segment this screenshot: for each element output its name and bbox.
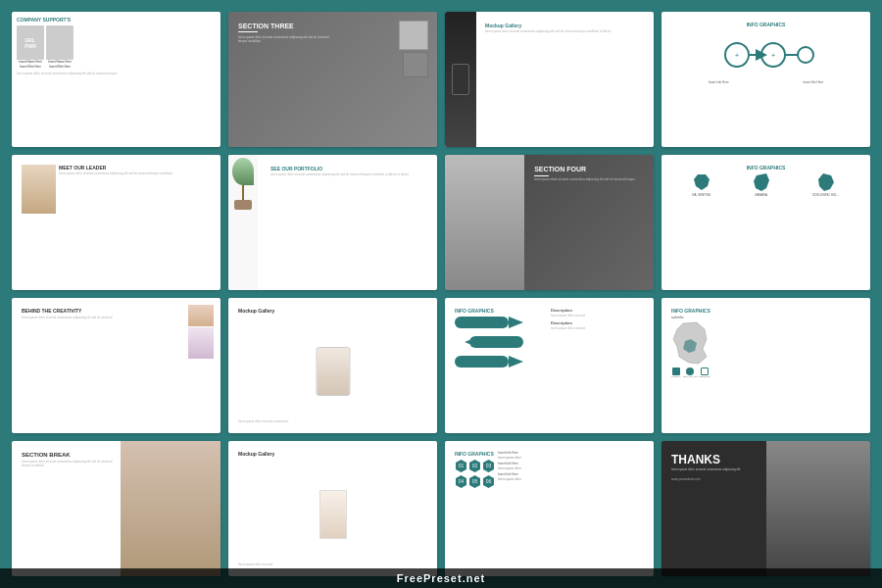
- slide-8-title: INFO GRAPHICS: [671, 165, 860, 171]
- slide-11-text2: lorem ipsum dolor sit amet: [551, 327, 644, 331]
- slide-11: INFO GRAPHICS Description lorem ipsum do…: [445, 298, 654, 433]
- slide-8-maps: BA. WINTOM BAVARIA SCHLESWIG HOL...: [671, 172, 860, 197]
- slide-14-body: lorem ipsum dolor sit amet: [238, 564, 427, 567]
- slide-12-icon1: SAFETY: [671, 368, 681, 378]
- hex-1: 01: [455, 459, 467, 473]
- slide-15-item3: Insert Info Here: [498, 472, 644, 476]
- slide-8-region3: SCHLESWIG HOL...: [812, 172, 840, 197]
- slide-6: SEE OUR PORTFOLIO lorem ipsum dolor sit …: [228, 155, 437, 290]
- slide-12-icon-shape3: [701, 368, 709, 375]
- slide-4-labels: Insert Info Here Insert Info Here: [671, 80, 860, 84]
- slide-10-body: lorem ipsum dolor sit amet consectetur: [238, 420, 427, 424]
- slide-12-icon-shape1: [672, 368, 680, 375]
- slide-7-content: SECTION FOUR lorem ipsum dolor sit amet …: [529, 160, 649, 188]
- watermark: FreePreset.net: [0, 568, 882, 588]
- slide-15-title: INFO GRAPHICS: [455, 451, 495, 457]
- slide-12-content: INFO GRAPHICS subtitle SAFETY 100 MIG. G…: [671, 308, 710, 378]
- svg-text:06: 06: [486, 478, 492, 484]
- slide-6-plant: [228, 155, 258, 290]
- svg-text:04: 04: [459, 478, 465, 484]
- slide-1-photo1: GRLPWR: [17, 25, 44, 60]
- slide-1-body: lorem ipsum dolor sit amet consectetur a…: [17, 73, 216, 76]
- slide-15-hexagons: INFO GRAPHICS 01 02 03 04 05 06: [455, 451, 495, 489]
- slide-12-icon-label1: SAFETY: [671, 375, 681, 378]
- svg-text:+: +: [734, 52, 738, 59]
- hex-2: 02: [468, 459, 481, 473]
- slide-5-title: MEET OUR LEADER: [59, 165, 172, 171]
- slide-7: SECTION FOUR lorem ipsum dolor sit amet …: [445, 155, 654, 290]
- slide-1-title: COMPANY SUPPORT'S: [17, 17, 216, 23]
- slide-12-icon-label3: GROWTH: [699, 375, 710, 378]
- svg-rect-7: [455, 317, 509, 328]
- slide-1-role1: Insert Role Here: [20, 66, 41, 70]
- slide-15-list: Insert Info Here lorem ipsum dolor Inser…: [498, 451, 644, 489]
- hex-5: 05: [468, 474, 481, 489]
- slide-10: Mockup Gallery lorem ipsum dolor sit ame…: [228, 298, 437, 433]
- slide-3-content: Mockup Gallery lorem ipsum dolor sit ame…: [485, 17, 649, 38]
- slide-15: INFO GRAPHICS 01 02 03 04 05 06 Insert I…: [445, 441, 654, 576]
- slide-6-body: lorem ipsum dolor sit amet consectetur a…: [270, 173, 428, 177]
- slide-14-title: Mockup Gallery: [238, 451, 427, 457]
- svg-rect-11: [455, 356, 509, 368]
- slide-6-plant-leaf: [232, 158, 254, 185]
- slide-4-graphic: + +: [671, 30, 860, 79]
- slide-10-title: Mockup Gallery: [238, 308, 427, 314]
- slide-2-image1: [399, 21, 428, 50]
- slide-7-divider: [534, 175, 549, 176]
- slide-9-photo2: [188, 327, 214, 359]
- svg-text:05: 05: [472, 478, 478, 484]
- slide-12-icon3: GROWTH: [699, 368, 710, 378]
- slide-11-title: INFO GRAPHICS: [455, 308, 548, 314]
- slide-8: INFO GRAPHICS BA. WINTOM BAVARIA SCHLESW…: [662, 155, 870, 290]
- slide-6-plant-pot: [234, 200, 252, 210]
- slide-13-content: SECTION BREAK lorem ipsum dolor sit amet…: [17, 446, 121, 474]
- slide-14: Mockup Gallery lorem ipsum dolor sit ame…: [228, 441, 437, 576]
- slide-12: INFO GRAPHICS subtitle SAFETY 100 MIG. G…: [662, 298, 870, 433]
- hex-6: 06: [482, 474, 495, 489]
- svg-marker-12: [509, 356, 523, 368]
- slide-2-line: [238, 31, 258, 32]
- slide-1-photos: GRLPWR Insert Name Here Insert Role Here…: [17, 25, 216, 70]
- slide-12-icon-label2: 100 MIG. GH: [683, 375, 698, 378]
- slide-10-image: [316, 347, 350, 396]
- slide-3-title: Mockup Gallery: [485, 23, 646, 28]
- slide-8-region2: BAVARIA: [753, 172, 770, 197]
- slide-12-map-svg: [671, 321, 710, 366]
- slide-7-title: SECTION FOUR: [534, 166, 644, 173]
- slide-3-body: lorem ipsum dolor sit amet consectetur a…: [485, 30, 646, 34]
- slide-5-content: MEET OUR LEADER lorem ipsum dolor sit am…: [59, 165, 172, 214]
- slide-2-body: lorem ipsum dolor sit amet consectetur a…: [238, 35, 338, 43]
- slide-14-image: [319, 490, 347, 539]
- slide-15-hex-grid: 01 02 03 04 05 06: [455, 459, 495, 489]
- slide-11-desc2: Description: [551, 320, 644, 325]
- svg-text:01: 01: [459, 463, 465, 468]
- hex-3: 03: [482, 459, 495, 473]
- slide-4-title: INFO GRAPHICS: [671, 22, 860, 27]
- slide-11-desc1: Description: [551, 308, 644, 313]
- slide-1-photo2: [46, 25, 74, 60]
- slide-5-body: lorem ipsum dolor sit amet consectetur a…: [59, 172, 172, 176]
- slide-16: THANKS lorem ipsum dolor sit amet consec…: [662, 441, 870, 576]
- svg-marker-8: [509, 317, 523, 328]
- slide-16-content: THANKS lorem ipsum dolor sit amet consec…: [666, 446, 766, 489]
- slide-7-body: lorem ipsum dolor sit amet consectetur a…: [534, 178, 644, 182]
- slide-13-title: SECTION BREAK: [22, 452, 116, 459]
- slide-11-descriptions: Description lorem ipsum dolor sit amet D…: [551, 308, 644, 371]
- slide-9-body: lorem ipsum dolor sit amet consectetur a…: [22, 317, 117, 320]
- slide-3-phone-screen: [452, 64, 469, 95]
- slide-15-item1-body: lorem ipsum dolor: [498, 456, 644, 460]
- slide-12-icon-shape2: [686, 368, 694, 375]
- slide-8-region1: BA. WINTOM: [693, 172, 710, 197]
- slide-15-item2-body: lorem ipsum dolor: [498, 466, 644, 470]
- slide-11-svg: [455, 317, 533, 370]
- slide-11-arrows: INFO GRAPHICS: [455, 308, 548, 371]
- slide-13-image: [121, 441, 220, 576]
- slide-1: COMPANY SUPPORT'S GRLPWR Insert Name Her…: [12, 12, 220, 147]
- slide-16-photo: [766, 441, 871, 576]
- slide-9-title: BEHIND THE CREATIVITY: [22, 308, 211, 314]
- slide-2-image2: [403, 52, 428, 77]
- svg-text:+: +: [770, 52, 774, 59]
- slide-15-item1: Insert Info Here: [498, 451, 644, 455]
- hex-4: 04: [455, 474, 467, 489]
- svg-text:03: 03: [486, 463, 492, 468]
